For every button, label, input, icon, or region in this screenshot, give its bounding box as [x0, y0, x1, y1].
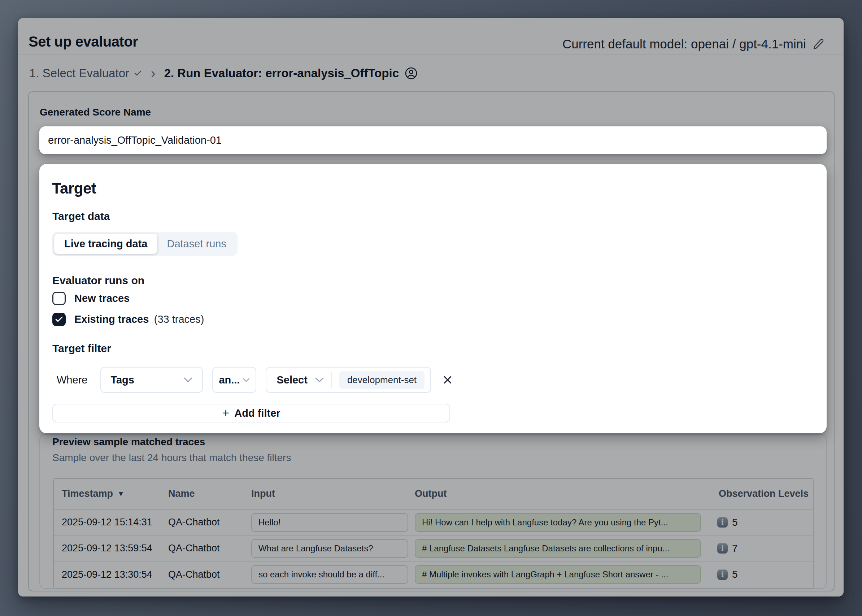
select-divider [331, 372, 332, 388]
page-title: Set up evaluator [28, 34, 138, 50]
input-preview-chip[interactable]: so each invoke should be a diff... [251, 565, 408, 584]
breadcrumb-separator: › [149, 66, 157, 80]
target-card: Target Target data Live tracing data Dat… [39, 164, 827, 433]
default-model-row: Current default model: openai / gpt-4.1-… [562, 37, 824, 51]
remove-filter-button[interactable] [440, 372, 455, 387]
input-preview-chip[interactable]: Hello! [251, 513, 408, 532]
preview-subtitle: Sample over the last 24 hours that match… [52, 452, 291, 464]
breadcrumb-step-1-label: 1. Select Evaluator [29, 66, 129, 80]
column-header-output: Output [415, 488, 707, 500]
target-title: Target [52, 180, 96, 197]
observation-level-count: 5 [732, 517, 738, 528]
tab-live-tracing-data[interactable]: Live tracing data [54, 234, 157, 254]
cell-observation-levels: i 7 [707, 543, 813, 554]
cell-timestamp: 2025-09-12 13:30:54 [54, 569, 168, 580]
column-header-observation-levels: Observation Levels [707, 488, 813, 500]
cell-observation-levels: i 5 [707, 517, 813, 528]
checkbox-existing-traces[interactable] [52, 313, 66, 326]
filter-column-value: Tags [110, 374, 134, 386]
info-icon: i [717, 517, 728, 528]
info-icon: i [717, 569, 728, 580]
score-name-field [39, 126, 827, 154]
filter-operator-value: an... [219, 374, 240, 386]
score-name-input[interactable] [39, 126, 827, 154]
filter-value-chip: development-set [339, 371, 424, 389]
table-row[interactable]: 2025-09-12 13:59:54 QA-Chatbot What are … [54, 536, 813, 561]
input-preview-chip[interactable]: What are Langfuse Datasets? [251, 539, 408, 558]
plus-icon: + [222, 407, 229, 419]
sort-desc-icon: ▼ [117, 490, 124, 498]
cell-name: QA-Chatbot [168, 543, 251, 554]
checkbox-existing-traces-label: Existing traces [74, 313, 149, 325]
breadcrumb-step-2[interactable]: 2. Run Evaluator: error-analysis_OffTopi… [164, 66, 418, 80]
target-data-toggle: Live tracing data Dataset runs [52, 232, 237, 256]
preview-table: Timestamp ▼ Name Input Output Observatio… [53, 478, 813, 589]
table-row[interactable]: 2025-09-12 15:14:31 QA-Chatbot Hello! Hi… [54, 509, 813, 536]
option-existing-traces[interactable]: Existing traces (33 traces) [52, 313, 204, 326]
cell-name: QA-Chatbot [168, 517, 251, 528]
default-model-label: Current default model: openai / gpt-4.1-… [562, 37, 806, 51]
column-header-name: Name [168, 488, 251, 500]
filter-row: Where Tags an... [52, 367, 455, 393]
evaluator-form-container: Generated Score Name Target Target data … [28, 91, 835, 591]
output-preview-chip[interactable]: # Langfuse Datasets Langfuse Datasets ar… [415, 539, 701, 558]
score-name-label: Generated Score Name [40, 107, 151, 118]
chevron-down-icon [184, 377, 193, 383]
setup-evaluator-modal: Set up evaluator Current default model: … [18, 18, 843, 597]
breadcrumb-step-1[interactable]: 1. Select Evaluator [29, 66, 142, 80]
check-icon [133, 69, 142, 78]
option-new-traces[interactable]: New traces [52, 292, 130, 305]
output-preview-chip[interactable]: Hi! How can I help with Langfuse today? … [415, 513, 701, 532]
cell-name: QA-Chatbot [168, 569, 251, 580]
chevron-down-icon [243, 378, 250, 382]
target-filter-label: Target filter [52, 342, 111, 355]
checkbox-new-traces-label: New traces [74, 292, 130, 304]
output-preview-chip[interactable]: # Multiple invokes with LangGraph + Lang… [415, 565, 701, 584]
header-divider [18, 55, 843, 55]
cell-timestamp: 2025-09-12 13:59:54 [54, 543, 168, 554]
filter-value-select[interactable]: Select development-set [266, 367, 431, 393]
preview-title: Preview sample matched traces [52, 436, 205, 448]
table-header-row: Timestamp ▼ Name Input Output Observatio… [54, 479, 813, 509]
filter-operator-select[interactable]: an... [212, 367, 256, 393]
timestamp-header-label: Timestamp [62, 488, 113, 500]
info-icon: i [717, 543, 728, 553]
observation-level-count: 5 [732, 569, 738, 580]
user-circle-icon [405, 67, 418, 80]
tab-dataset-runs[interactable]: Dataset runs [157, 234, 236, 254]
breadcrumb: 1. Select Evaluator › 2. Run Evaluator: … [29, 64, 418, 82]
add-filter-label: Add filter [234, 407, 280, 419]
column-header-timestamp[interactable]: Timestamp ▼ [54, 488, 168, 500]
cell-observation-levels: i 5 [707, 569, 813, 580]
cell-timestamp: 2025-09-12 15:14:31 [54, 517, 168, 528]
filter-value-label: Select [276, 374, 307, 386]
filter-column-select[interactable]: Tags [100, 367, 203, 393]
runs-on-label: Evaluator runs on [52, 274, 144, 287]
edit-model-icon[interactable] [813, 38, 824, 50]
observation-level-count: 7 [732, 543, 738, 554]
column-header-input: Input [251, 488, 415, 500]
where-label: Where [52, 374, 91, 386]
existing-traces-count: (33 traces) [154, 313, 204, 325]
add-filter-button[interactable]: + Add filter [52, 404, 450, 423]
target-data-label: Target data [52, 210, 110, 222]
preview-card: Preview sample matched traces Sample ove… [39, 434, 827, 589]
table-row[interactable]: 2025-09-12 13:30:54 QA-Chatbot so each i… [54, 561, 813, 588]
chevron-down-icon [315, 377, 324, 383]
breadcrumb-step-2-label: 2. Run Evaluator: error-analysis_OffTopi… [164, 66, 399, 80]
checkbox-new-traces[interactable] [52, 292, 66, 305]
